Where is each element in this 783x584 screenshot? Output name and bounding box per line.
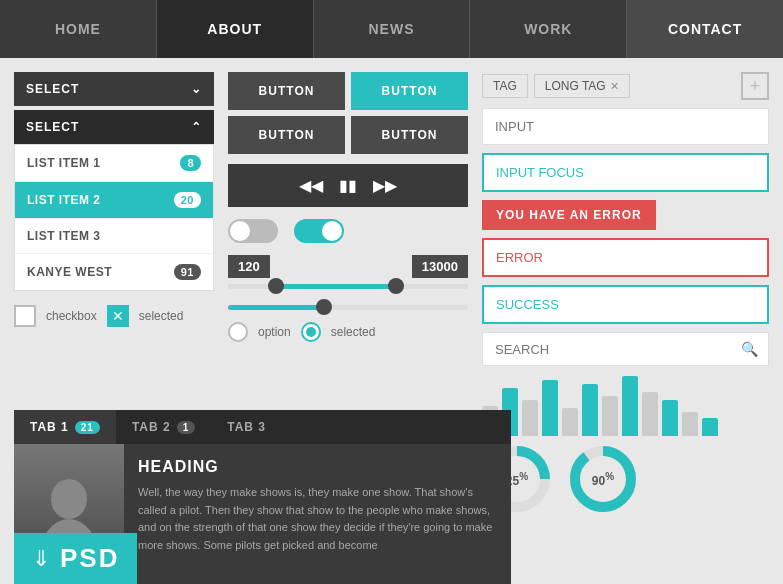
nav-item-work[interactable]: WORK (470, 0, 627, 58)
checkbox-row: checkbox ✕ selected (14, 305, 214, 327)
bar-9 (642, 392, 658, 436)
bar-4 (542, 380, 558, 436)
toggle-off[interactable] (228, 219, 278, 243)
input-focus-field[interactable] (482, 153, 769, 192)
bar-chart (482, 376, 769, 436)
error-input[interactable] (482, 238, 769, 277)
tab-body: Well, the way they make shows is, they m… (138, 484, 497, 554)
psd-badge[interactable]: ⇓ PSD (14, 533, 137, 584)
list-item-3[interactable]: LIST ITEM 3 (15, 219, 213, 254)
search-row: 🔍 (482, 332, 769, 366)
toggle-row (228, 219, 468, 243)
slider-thumb-left[interactable] (268, 278, 284, 294)
media-player: ◀◀ ▮▮ ▶▶ (228, 164, 468, 207)
tags-row: TAG LONG TAG ✕ + (482, 72, 769, 100)
button-dark-3[interactable]: BUTTON (351, 116, 468, 154)
tab-2[interactable]: TAB 2 1 (116, 410, 211, 444)
psd-label: PSD (60, 543, 119, 574)
button-dark-2[interactable]: BUTTON (228, 116, 345, 154)
navigation: HOME ABOUT NEWS WORK CONTACT (0, 0, 783, 58)
bar-3 (522, 400, 538, 436)
button-dark-1[interactable]: BUTTON (228, 72, 345, 110)
tab-3[interactable]: TAB 3 (211, 410, 282, 444)
slider-thumb-right[interactable] (388, 278, 404, 294)
bar-12 (702, 418, 718, 436)
tag-2-close[interactable]: LONG TAG ✕ (534, 74, 630, 98)
tabs-row: TAB 1 21 TAB 2 1 TAB 3 (14, 410, 511, 444)
tag-close-icon[interactable]: ✕ (610, 80, 619, 93)
checkbox-checked[interactable]: ✕ (107, 305, 129, 327)
bar-10 (662, 400, 678, 436)
search-icon[interactable]: 🔍 (731, 333, 768, 365)
search-input[interactable] (483, 333, 731, 365)
tab-text-content: HEADING Well, the way they make shows is… (124, 444, 511, 584)
list-item-1[interactable]: LIST ITEM 1 8 (15, 145, 213, 182)
radio-selected[interactable] (301, 322, 321, 342)
next-button[interactable]: ▶▶ (373, 176, 397, 195)
select-dropdown-1[interactable]: SELECT ⌄ (14, 72, 214, 106)
bar-8 (622, 376, 638, 436)
prev-button[interactable]: ◀◀ (299, 176, 323, 195)
button-row-2: BUTTON BUTTON (228, 116, 468, 154)
success-input[interactable] (482, 285, 769, 324)
slider1-value: 120 (228, 255, 270, 278)
slider-single-thumb[interactable] (316, 299, 332, 315)
chevron-down-icon: ⌄ (191, 82, 202, 96)
input-field[interactable] (482, 108, 769, 145)
svg-point-4 (51, 479, 87, 519)
slider2-value: 13000 (412, 255, 468, 278)
option-label: option (258, 325, 291, 339)
radio-row: option selected (228, 322, 468, 342)
checkbox-label: checkbox (46, 309, 97, 323)
bar-11 (682, 412, 698, 436)
donut-chart-2: 90% (568, 444, 638, 514)
toggle-on[interactable] (294, 219, 344, 243)
slider-section: 120 13000 (228, 255, 468, 310)
chevron-up-icon: ⌃ (191, 120, 202, 134)
radio-option[interactable] (228, 322, 248, 342)
badge-kanye: 91 (174, 264, 201, 280)
badge-2: 20 (174, 192, 201, 208)
nav-item-contact[interactable]: CONTACT (627, 0, 783, 58)
tag-add-button[interactable]: + (741, 72, 769, 100)
donuts-row: 25% 90% (482, 444, 769, 514)
list-item-kanye[interactable]: KANYE WEST 91 (15, 254, 213, 290)
error-tooltip: YOU HAVE AN ERROR (482, 200, 656, 230)
nav-item-home[interactable]: HOME (0, 0, 157, 58)
select-dropdown-2[interactable]: SELECT ⌃ (14, 110, 214, 144)
selected-radio-label: selected (331, 325, 376, 339)
selected-label: selected (139, 309, 184, 323)
download-icon: ⇓ (32, 546, 50, 572)
bar-5 (562, 408, 578, 436)
list-item-2[interactable]: LIST ITEM 2 20 (15, 182, 213, 219)
tag-1[interactable]: TAG (482, 74, 528, 98)
button-teal-1[interactable]: BUTTON (351, 72, 468, 110)
checkbox-unchecked[interactable] (14, 305, 36, 327)
nav-item-news[interactable]: NEWS (314, 0, 471, 58)
pause-button[interactable]: ▮▮ (339, 176, 357, 195)
tab-heading: HEADING (138, 458, 497, 476)
tab-1[interactable]: TAB 1 21 (14, 410, 116, 444)
tab1-badge: 21 (75, 421, 100, 434)
nav-item-about[interactable]: ABOUT (157, 0, 314, 58)
tab2-badge: 1 (177, 421, 196, 434)
bar-7 (602, 396, 618, 436)
list-container: LIST ITEM 1 8 LIST ITEM 2 20 LIST ITEM 3… (14, 144, 214, 291)
badge-1: 8 (180, 155, 201, 171)
button-row-1: BUTTON BUTTON (228, 72, 468, 110)
right-column: TAG LONG TAG ✕ + YOU HAVE AN ERROR 🔍 (482, 72, 769, 570)
bar-6 (582, 384, 598, 436)
